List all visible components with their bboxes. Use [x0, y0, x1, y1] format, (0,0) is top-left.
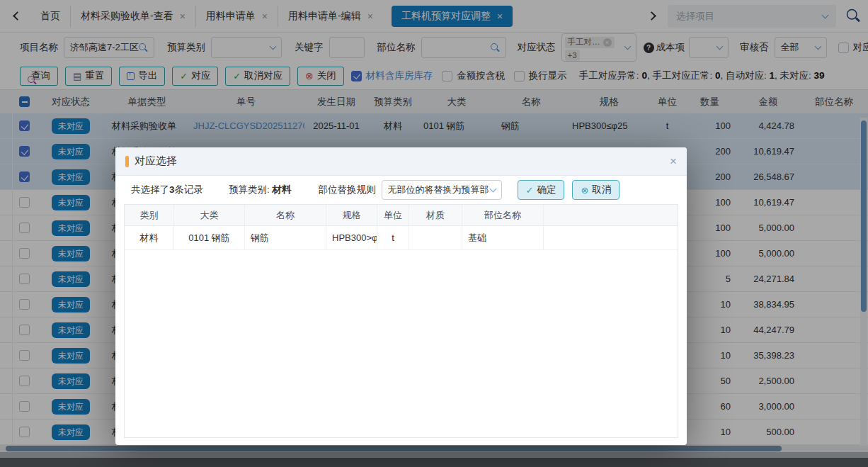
mapping-selection-dialog: 对应选择 × 共选择了3条记录 预算类别: 材料 部位替换规则 无部位的将替换为… — [115, 147, 687, 445]
confirm-button[interactable]: ✓确定 — [518, 180, 565, 200]
unit-cell: t — [377, 226, 409, 249]
category-cell: 材料 — [125, 226, 174, 249]
rule-value: 无部位的将替换为预算部 — [388, 184, 491, 196]
dialog-title: 对应选择 — [135, 154, 177, 168]
chevron-down-icon — [489, 186, 496, 193]
column-header: 规格 — [326, 205, 377, 225]
selected-count: 3 — [169, 184, 175, 195]
location-replace-rule-select[interactable]: 无部位的将替换为预算部 — [382, 180, 502, 200]
column-header: 大类 — [174, 205, 245, 225]
app-window: 首页材料采购验收单-查看×用料申请单×用料申请单-编辑×工料机预算对应调整× 选… — [0, 0, 868, 467]
column-header: 类别 — [125, 205, 174, 225]
check-icon: ✓ — [526, 185, 534, 196]
button-label: 取消 — [592, 184, 611, 196]
selected-prefix: 共选择了 — [131, 184, 169, 195]
dialog-table-row[interactable]: 材料0101 钢筋钢筋HPB300>φt基础 — [125, 226, 678, 250]
cancel-button[interactable]: ⊗取消 — [572, 180, 619, 200]
button-label: 确定 — [537, 184, 556, 196]
budget-label: 预算类别: — [229, 184, 270, 195]
spec-cell: HPB300>φ — [326, 226, 377, 249]
budget-category-text: 预算类别: 材料 — [229, 184, 292, 196]
major-cell: 0101 钢筋 — [174, 226, 245, 249]
circle-close-icon: ⊗ — [581, 185, 588, 196]
column-header: 单位 — [377, 205, 409, 225]
close-icon[interactable]: × — [670, 155, 677, 167]
selected-suffix: 条记录 — [175, 184, 204, 195]
name-cell: 钢筋 — [245, 226, 326, 249]
column-header: 材质 — [409, 205, 462, 225]
column-header: 名称 — [245, 205, 326, 225]
dialog-table-body: 材料0101 钢筋钢筋HPB300>φt基础 — [125, 226, 678, 250]
dialog-grid: 类别大类名称规格单位材质部位名称 材料0101 钢筋钢筋HPB300>φt基础 — [124, 204, 678, 438]
dialog-header: 对应选择 × — [115, 147, 687, 176]
dialog-table-header: 类别大类名称规格单位材质部位名称 — [125, 205, 678, 226]
material-cell — [409, 226, 462, 249]
rule-label: 部位替换规则 — [319, 184, 376, 196]
selected-records-text: 共选择了3条记录 — [131, 184, 203, 196]
title-accent-bar — [125, 156, 129, 167]
dialog-toolbar: 共选择了3条记录 预算类别: 材料 部位替换规则 无部位的将替换为预算部 ✓确定… — [115, 176, 687, 204]
budget-value: 材料 — [273, 184, 292, 195]
column-header: 部位名称 — [462, 205, 544, 225]
location-cell: 基础 — [462, 226, 544, 249]
